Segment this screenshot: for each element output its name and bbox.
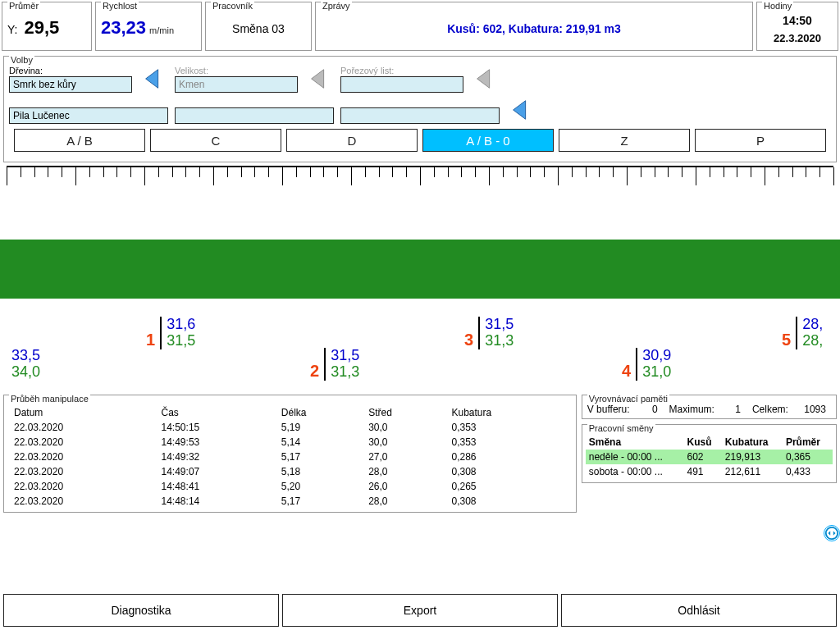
export-button[interactable]: Export (282, 594, 558, 627)
logout-button[interactable]: Odhlásit (561, 594, 837, 627)
buf-v2: 1 (718, 404, 741, 415)
cutlist-prev-button[interactable] (470, 65, 500, 93)
extra-field-2[interactable] (340, 107, 500, 124)
cutlist-label: Pořezový list: (340, 66, 463, 75)
buf-v3: 1093 (792, 404, 826, 415)
history-h-kub: Kubatura (447, 405, 571, 420)
reading-5-index: 5 (782, 331, 791, 349)
history-h-mid: Střed (363, 405, 446, 420)
buf-l1: V bufferu: (587, 404, 630, 415)
history-h-time: Čas (157, 405, 276, 420)
mill-field[interactable]: Pila Lučenec (9, 107, 168, 124)
shifts-h-shift: Směna (586, 435, 684, 450)
shifts-h-kub: Kubatura (722, 435, 783, 450)
svg-point-4 (826, 527, 838, 539)
reading-1-index: 1 (146, 331, 155, 349)
extra-field-1[interactable] (175, 107, 334, 124)
grade-c-button[interactable]: C (150, 129, 281, 152)
reading-4-top: 30,9 (642, 348, 671, 364)
diagnostics-button[interactable]: Diagnostika (3, 594, 279, 627)
reading-1-top: 31,6 (167, 317, 195, 333)
table-row[interactable]: 22.03.202014:49:535,1430,00,353 (9, 435, 571, 450)
table-row[interactable]: 22.03.202014:48:145,1728,00,308 (9, 494, 571, 509)
shifts-h-avg: Průměr (783, 435, 833, 450)
panel-title: Pracovní směny (587, 423, 655, 433)
table-row[interactable]: 22.03.202014:50:155,1930,00,353 (9, 420, 571, 435)
graph-log-body (0, 240, 840, 299)
message-text: Kusů: 602, Kubatura: 219,91 m3 (447, 22, 621, 35)
clock-time: 14:50 (762, 14, 833, 27)
table-row[interactable]: neděle - 00:00 ...602219,9130,365 (586, 450, 833, 464)
panel-history: Průběh manipulace Datum Čas Délka Střed … (3, 395, 577, 513)
reading-2-bot: 31,3 (331, 364, 359, 381)
reading-2-top: 31,5 (331, 348, 359, 364)
panel-title: Vyrovnávací paměti (587, 394, 669, 404)
panel-title: Volby (9, 55, 34, 65)
reading-5-bot: 28, (802, 333, 823, 349)
buf-l2: Maximum: (669, 404, 714, 415)
buf-v1: 0 (633, 404, 658, 415)
panel-shifts: Pracovní směny Směna Kusů Kubatura Průmě… (582, 424, 837, 483)
grade-d-button[interactable]: D (286, 129, 418, 152)
svg-marker-0 (146, 70, 158, 89)
panel-options: Volby Dřevina: Smrk bez kůry Velikost: K… (3, 56, 837, 162)
panel-title: Hodiny (762, 1, 793, 11)
wood-field[interactable]: Smrk bez kůry (9, 76, 132, 93)
reading-3-top: 31,5 (485, 317, 514, 333)
panel-messages: Zprávy Kusů: 602, Kubatura: 219,91 m3 (315, 2, 753, 51)
size-label: Velikost: (175, 66, 298, 75)
table-row[interactable]: 22.03.202014:49:075,1828,00,308 (9, 464, 571, 479)
table-row[interactable]: 22.03.202014:48:415,2026,00,265 (9, 479, 571, 494)
log-graph (7, 166, 833, 313)
svg-marker-5 (829, 531, 831, 535)
reading-5-top: 28, (802, 317, 823, 333)
cutlist-field[interactable] (340, 76, 463, 93)
table-row[interactable]: sobota - 00:00 ...491212,6110,433 (586, 464, 833, 479)
panel-clock: Hodiny 14:50 22.3.2020 (756, 2, 838, 51)
reading-4-bot: 31,0 (642, 364, 671, 381)
panel-title: Průběh manipulace (9, 394, 90, 404)
readings-strip: 33,5 34,0 1 31,6 31,5 2 31,5 31,3 3 31,5… (7, 317, 833, 395)
history-h-date: Datum (9, 405, 157, 420)
svg-marker-6 (833, 531, 836, 535)
panel-diameter: Průměr Y: 29,5 (2, 2, 92, 51)
svg-marker-2 (477, 70, 490, 89)
grade-z-button[interactable]: Z (559, 129, 690, 152)
buf-l3: Celkem: (752, 404, 788, 415)
axis-label: Y: (7, 23, 17, 36)
size-field[interactable]: Kmen (175, 76, 298, 93)
svg-marker-1 (312, 70, 324, 89)
teamviewer-icon[interactable] (824, 525, 840, 541)
reading-2-index: 2 (310, 362, 319, 380)
size-prev-button[interactable] (304, 65, 334, 93)
speed-unit: m/min (149, 25, 174, 35)
grade-ab-button[interactable]: A / B (14, 129, 145, 152)
history-h-len: Délka (276, 405, 363, 420)
clock-date: 22.3.2020 (762, 32, 833, 44)
panel-title: Pracovník (211, 1, 254, 11)
shifts-table: Směna Kusů Kubatura Průměr neděle - 00:0… (586, 435, 833, 479)
panel-title: Průměr (7, 1, 40, 11)
panel-worker: Pracovník Směna 03 (205, 2, 312, 51)
mill-prev-button[interactable] (506, 96, 536, 124)
wood-prev-button[interactable] (139, 65, 168, 93)
svg-marker-3 (514, 101, 526, 120)
shifts-h-pcs: Kusů (683, 435, 721, 450)
diameter-value: 29,5 (24, 17, 59, 39)
panel-speed: Rychlost 23,23 m/min (95, 2, 202, 51)
history-table: Datum Čas Délka Střed Kubatura 22.03.202… (9, 405, 571, 509)
grade-p-button[interactable]: P (695, 129, 826, 152)
speed-value: 23,23 (101, 17, 146, 39)
wood-label: Dřevina: (9, 66, 132, 75)
table-row[interactable]: 22.03.202014:49:325,1727,00,286 (9, 450, 571, 464)
worker-value: Směna 03 (232, 22, 285, 35)
reading-3-bot: 31,3 (485, 333, 514, 349)
reading-left-top: 33,5 (11, 348, 40, 364)
reading-1-bot: 31,5 (167, 333, 195, 349)
graph-scale (7, 167, 833, 184)
panel-buffer: Vyrovnávací paměti V bufferu: 0 Maximum:… (582, 395, 837, 419)
reading-3-index: 3 (464, 331, 473, 349)
grade-ab0-button[interactable]: A / B - 0 (422, 129, 554, 152)
reading-left-bot: 34,0 (11, 364, 40, 381)
reading-4-index: 4 (622, 362, 631, 380)
